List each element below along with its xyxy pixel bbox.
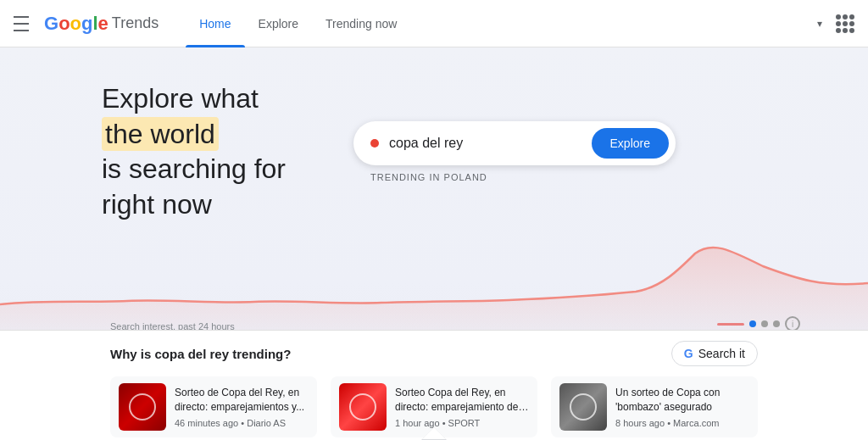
news-meta-1: 46 minutes ago • Diario AS: [175, 418, 309, 428]
bottom-section: Why is copa del rey trending? G Search i…: [0, 330, 868, 440]
hero-title-line2: is searching for: [102, 153, 286, 184]
hamburger-line: [14, 23, 29, 25]
header-right: ▾: [817, 14, 854, 33]
google-g-icon: G: [684, 347, 693, 360]
search-box: copa del rey Explore: [353, 121, 676, 165]
news-content-3: Un sorteo de Copa con 'bombazo' asegurad…: [615, 386, 749, 428]
thumb-inner-2: [349, 393, 376, 421]
trending-title-suffix: trending?: [229, 347, 291, 361]
news-meta-2: 1 hour ago • SPORT: [395, 418, 529, 428]
news-content-2: Sorteo Copa del Rey, en directo: emparej…: [395, 386, 529, 428]
logo[interactable]: Google Trends: [44, 13, 159, 35]
news-content-1: Sorteo de Copa del Rey, en directo: empa…: [175, 386, 309, 428]
news-time-2: 1 hour ago: [395, 418, 440, 428]
news-time-3: 8 hours ago: [615, 418, 665, 428]
news-source-3: Marca.com: [673, 418, 719, 428]
hamburger-line: [14, 16, 29, 18]
header: Google Trends Home Explore Trending now …: [0, 0, 868, 47]
legend-dot-1[interactable]: [749, 320, 756, 327]
news-card-3[interactable]: Un sorteo de Copa con 'bombazo' asegurad…: [551, 376, 758, 437]
search-box-container: copa del rey Explore TRENDING IN POLAND: [353, 121, 676, 182]
legend-dot-2[interactable]: [761, 320, 768, 327]
news-title-2: Sorteo Copa del Rey, en directo: emparej…: [395, 386, 529, 415]
search-it-label: Search it: [698, 347, 745, 360]
news-title-3: Un sorteo de Copa con 'bombazo' asegurad…: [615, 386, 749, 415]
news-source-1: Diario AS: [247, 418, 286, 428]
trending-title-topic: copa del rey: [155, 347, 230, 361]
trending-header: Why is copa del rey trending? G Search i…: [110, 341, 758, 366]
hero-title-line3: right now: [102, 189, 212, 220]
hero-text: Explore what the world is searching for …: [102, 81, 286, 222]
news-thumb-2: [339, 383, 387, 431]
news-source-2: SPORT: [448, 418, 481, 428]
trending-region-label: TRENDING IN POLAND: [353, 172, 676, 182]
google-logo: Google: [44, 13, 108, 35]
g-icon-blue: G: [684, 347, 693, 360]
nav-home[interactable]: Home: [186, 0, 244, 47]
news-thumb-1: [119, 383, 166, 431]
search-input[interactable]: copa del rey: [389, 136, 592, 151]
trending-dot: [370, 139, 379, 148]
hero-section: Explore what the world is searching for …: [0, 47, 868, 222]
news-thumb-3: [559, 383, 607, 431]
explore-button[interactable]: Explore: [592, 128, 669, 159]
hamburger-icon[interactable]: [14, 14, 34, 34]
scroll-indicator: [420, 427, 448, 440]
main-nav: Home Explore Trending now: [186, 0, 817, 47]
chart-area: Search interest, past 24 hours i: [0, 228, 868, 330]
apps-icon[interactable]: [836, 14, 854, 33]
trend-chart: [0, 228, 868, 330]
news-meta-3: 8 hours ago • Marca.com: [615, 418, 749, 428]
news-card-1[interactable]: Sorteo de Copa del Rey, en directo: empa…: [110, 376, 317, 437]
nav-trending-now[interactable]: Trending now: [312, 0, 410, 47]
trending-title-prefix: Why is: [110, 347, 155, 361]
hero-title-highlight: the world: [102, 117, 219, 151]
search-it-button[interactable]: G Search it: [671, 341, 758, 366]
hero-title: Explore what the world is searching for …: [102, 81, 286, 222]
nav-explore[interactable]: Explore: [245, 0, 312, 47]
thumb-inner-1: [129, 393, 156, 421]
thumb-inner-3: [570, 393, 597, 421]
hero-title-line1: Explore what: [102, 83, 259, 114]
news-title-1: Sorteo de Copa del Rey, en directo: empa…: [175, 386, 309, 415]
legend-dot-3[interactable]: [773, 320, 780, 327]
news-time-1: 46 minutes ago: [175, 418, 238, 428]
dropdown-arrow-icon[interactable]: ▾: [817, 18, 822, 30]
trends-wordmark: Trends: [112, 14, 159, 32]
legend-line: [717, 323, 744, 326]
trending-topic-title: Why is copa del rey trending?: [110, 347, 291, 361]
main-content: Explore what the world is searching for …: [0, 47, 868, 440]
hamburger-line: [14, 30, 29, 31]
